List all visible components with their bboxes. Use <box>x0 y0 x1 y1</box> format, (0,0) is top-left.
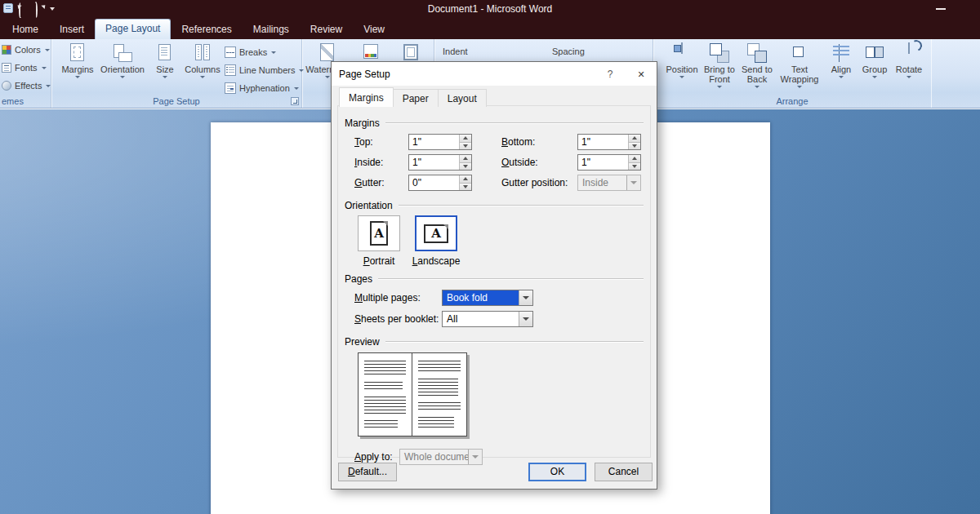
dropdown-icon <box>797 86 802 88</box>
dropdown-icon <box>120 76 125 78</box>
orientation-options: A Portrait A Landscape <box>356 215 650 267</box>
gutter-position-combobox: Inside <box>577 175 641 191</box>
theme-effects-button[interactable]: Effects <box>2 81 51 91</box>
hyphenation-icon <box>225 82 236 94</box>
margins-row-3: Gutter: 0" Gutter position: Inside <box>354 174 650 192</box>
spin-up-icon[interactable] <box>628 155 640 163</box>
dialog-tab-layout[interactable]: Layout <box>438 89 487 107</box>
tab-home[interactable]: Home <box>2 20 49 39</box>
cancel-button[interactable]: Cancel <box>595 463 653 481</box>
inside-margin-spinner[interactable]: 1" <box>408 154 472 171</box>
minimize-button[interactable] <box>936 8 946 10</box>
arrange-group-label: Arrange <box>653 96 931 106</box>
portrait-tile[interactable]: A <box>358 215 400 251</box>
theme-effects-icon <box>2 81 11 91</box>
spin-down-icon[interactable] <box>628 143 640 150</box>
dialog-tab-paper[interactable]: Paper <box>393 89 439 107</box>
tab-insert[interactable]: Insert <box>49 20 95 39</box>
dialog-title-bar[interactable]: Page Setup ? ✕ <box>332 62 657 86</box>
landscape-icon: A <box>424 224 448 243</box>
rotate-button[interactable]: Rotate <box>892 43 926 78</box>
columns-icon <box>195 44 202 60</box>
dropdown-icon <box>163 76 167 78</box>
sheets-per-booklet-row: Sheets per booklet: All <box>354 310 650 328</box>
landscape-label: Landscape <box>412 255 461 267</box>
spin-up-icon[interactable] <box>459 175 471 184</box>
align-button[interactable]: Align <box>825 43 858 78</box>
margins-button[interactable]: Margins <box>58 43 97 78</box>
tab-mailings[interactable]: Mailings <box>243 20 300 39</box>
top-label: Top: <box>354 136 408 148</box>
dropdown-icon <box>42 67 47 69</box>
dropdown-icon <box>679 76 684 78</box>
multiple-pages-combobox[interactable]: Book fold <box>442 290 533 306</box>
page-setup-dialog-launcher[interactable] <box>291 97 299 105</box>
preview-right-page <box>412 352 467 436</box>
top-margin-spinner[interactable]: 1" <box>408 134 472 150</box>
landscape-option[interactable]: A Landscape <box>413 215 459 267</box>
position-button[interactable]: Position <box>663 43 701 78</box>
portrait-icon: A <box>370 221 388 246</box>
gutter-spinner[interactable]: 0" <box>408 175 472 191</box>
spin-up-icon[interactable] <box>459 155 471 163</box>
margins-tab-page: Margins Top: 1" Bottom: 1" Inside: 1" <box>337 105 651 458</box>
group-button[interactable]: Group <box>858 43 892 78</box>
tab-page-layout[interactable]: Page Layout <box>95 19 171 39</box>
dropdown-icon <box>717 86 722 88</box>
send-to-back-button[interactable]: Send to Back <box>738 43 776 88</box>
theme-colors-button[interactable]: Colors <box>2 45 50 55</box>
spin-down-icon[interactable] <box>459 184 471 191</box>
tab-review[interactable]: Review <box>300 20 353 39</box>
dropdown-icon <box>839 76 844 78</box>
pages-section-header: Pages <box>345 273 644 285</box>
bottom-label: Bottom: <box>501 136 577 148</box>
default-button[interactable]: Default... <box>338 463 397 481</box>
size-button[interactable]: Size <box>149 43 180 78</box>
line-numbers-icon <box>225 64 236 76</box>
page-color-icon <box>363 44 378 59</box>
breaks-button[interactable]: Breaks <box>225 47 276 58</box>
theme-colors-icon <box>2 45 11 55</box>
position-icon <box>681 42 683 54</box>
dialog-button-row: Default... OK Cancel <box>332 463 657 481</box>
outside-label: Outside: <box>501 157 577 168</box>
landscape-tile[interactable]: A <box>415 215 457 251</box>
dialog-tab-margins[interactable]: Margins <box>339 87 394 107</box>
inside-label: Inside: <box>354 157 408 168</box>
size-icon <box>158 44 171 60</box>
text-wrapping-button[interactable]: Text Wrapping <box>777 43 822 88</box>
columns-button[interactable]: Columns <box>182 43 223 78</box>
sheets-per-booklet-combobox[interactable]: All <box>442 311 533 327</box>
dropdown-icon <box>294 87 299 90</box>
spin-up-icon[interactable] <box>459 135 471 143</box>
tab-references[interactable]: References <box>171 20 242 39</box>
spin-down-icon[interactable] <box>628 163 640 171</box>
dialog-help-icon[interactable]: ? <box>603 67 617 82</box>
tab-view[interactable]: View <box>353 20 395 39</box>
portrait-option[interactable]: A Portrait <box>356 215 402 267</box>
preview-left-page <box>358 352 412 436</box>
gutter-label: Gutter: <box>354 177 408 188</box>
hyphenation-button[interactable]: Hyphenation <box>225 82 299 94</box>
themes-group: Colors Fonts Effects emes <box>0 39 51 108</box>
ok-button[interactable]: OK <box>528 463 586 481</box>
page-setup-dialog: Page Setup ? ✕ Margins Paper Layout Marg… <box>331 61 657 490</box>
spin-down-icon[interactable] <box>459 143 471 150</box>
bring-to-front-button[interactable]: Bring to Front <box>701 43 738 88</box>
book-fold-preview <box>358 352 467 436</box>
line-numbers-button[interactable]: Line Numbers <box>225 64 304 76</box>
bottom-margin-spinner[interactable]: 1" <box>577 134 641 150</box>
dialog-close-icon[interactable]: ✕ <box>632 67 650 82</box>
spin-down-icon[interactable] <box>459 163 471 171</box>
theme-fonts-icon <box>2 63 11 73</box>
theme-fonts-button[interactable]: Fonts <box>2 63 47 73</box>
outside-margin-spinner[interactable]: 1" <box>577 154 641 171</box>
dropdown-icon <box>271 51 276 54</box>
gutter-position-label: Gutter position: <box>501 177 577 188</box>
dropdown-icon[interactable] <box>519 312 532 326</box>
dropdown-icon <box>626 175 640 190</box>
ribbon-tab-row: Home Insert Page Layout References Maili… <box>0 18 980 39</box>
orientation-button[interactable]: Orientation <box>97 43 148 78</box>
spin-up-icon[interactable] <box>628 135 640 143</box>
dropdown-icon[interactable] <box>519 290 532 305</box>
